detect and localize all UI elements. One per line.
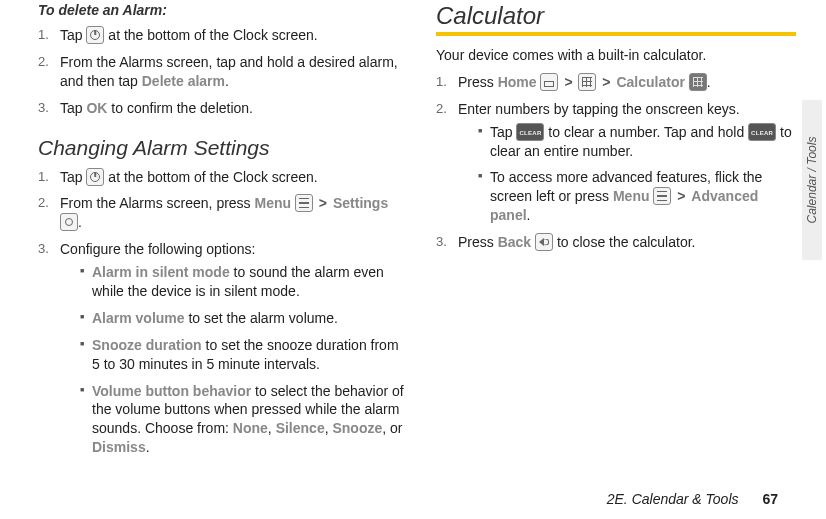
term-menu: Menu xyxy=(255,195,292,211)
step-number: 3. xyxy=(38,240,49,258)
term-none: None xyxy=(233,420,268,436)
step-text: Tap xyxy=(60,27,86,43)
step-text: Tap xyxy=(60,100,86,116)
step-text: Press xyxy=(458,74,498,90)
list-item: Tap to clear a number. Tap and hold to c… xyxy=(458,123,796,161)
list-item: 3. Press Back to close the calculator. xyxy=(436,233,796,252)
step-text: to close the calculator. xyxy=(557,234,696,250)
step-number: 1. xyxy=(436,73,447,91)
step-number: 2. xyxy=(38,53,49,71)
term-calculator: Calculator xyxy=(616,74,684,90)
list-item: 1. Tap at the bottom of the Clock screen… xyxy=(38,168,408,187)
option-text: . xyxy=(146,439,150,455)
bullet-text: . xyxy=(527,207,531,223)
term-back: Back xyxy=(498,234,531,250)
content-columns: To delete an Alarm: 1. Tap at the bottom… xyxy=(38,0,798,465)
term-ok: OK xyxy=(86,100,107,116)
list-item: 1. Tap at the bottom of the Clock screen… xyxy=(38,26,408,45)
bullet-text: to clear a number. Tap and hold xyxy=(548,124,748,140)
list-item: 3. Tap OK to confirm the deletion. xyxy=(38,99,408,118)
footer-page-number: 67 xyxy=(762,491,778,507)
option-text: to set the alarm volume. xyxy=(185,310,338,326)
calculator-icon xyxy=(689,73,707,91)
calculator-sub-list: Tap to clear a number. Tap and hold to c… xyxy=(458,123,796,225)
chevron-right-icon: > xyxy=(675,188,687,204)
left-column: To delete an Alarm: 1. Tap at the bottom… xyxy=(38,2,408,465)
term-menu: Menu xyxy=(613,188,650,204)
alarm-icon xyxy=(86,168,104,186)
term-alarm-volume: Alarm volume xyxy=(92,310,185,326)
term-snooze: Snooze xyxy=(332,420,382,436)
list-item: 1. Press Home > > Calculator . xyxy=(436,73,796,92)
menu-icon xyxy=(653,187,671,205)
term-settings: Settings xyxy=(333,195,388,211)
list-item: To access more advanced features, flick … xyxy=(458,168,796,225)
list-item: 2. From the Alarms screen, press Menu > … xyxy=(38,194,408,232)
step-number: 2. xyxy=(436,100,447,118)
list-item: Snooze duration to set the snooze durati… xyxy=(60,336,408,374)
calculator-heading: Calculator xyxy=(436,2,796,30)
list-item: Volume button behavior to select the beh… xyxy=(60,382,408,458)
step-text: Enter numbers by tapping the onscreen ke… xyxy=(458,101,740,117)
heading-rule xyxy=(436,32,796,36)
delete-alarm-heading: To delete an Alarm: xyxy=(38,2,408,18)
term-delete-alarm: Delete alarm xyxy=(142,73,225,89)
step-number: 2. xyxy=(38,194,49,212)
step-number: 1. xyxy=(38,168,49,186)
step-text: at the bottom of the Clock screen. xyxy=(108,169,317,185)
page-footer: 2E. Calendar & Tools 67 xyxy=(607,491,778,507)
chevron-right-icon: > xyxy=(562,74,574,90)
chevron-right-icon: > xyxy=(600,74,612,90)
step-text: Configure the following options: xyxy=(60,241,255,257)
right-column: Calculator Your device comes with a buil… xyxy=(436,2,796,465)
list-item: Alarm in silent mode to sound the alarm … xyxy=(60,263,408,301)
footer-section: 2E. Calendar & Tools xyxy=(607,491,739,507)
alarm-icon xyxy=(86,26,104,44)
alarm-options-list: Alarm in silent mode to sound the alarm … xyxy=(60,263,408,457)
term-silence: Silence xyxy=(276,420,325,436)
changing-alarm-heading: Changing Alarm Settings xyxy=(38,136,408,160)
side-tab: Calendar / Tools xyxy=(802,100,822,260)
term-volume-button-behavior: Volume button behavior xyxy=(92,383,251,399)
calculator-steps: 1. Press Home > > Calculator . 2. Enter … xyxy=(436,73,796,252)
clear-icon xyxy=(748,123,776,141)
settings-icon xyxy=(60,213,78,231)
step-text: . xyxy=(225,73,229,89)
list-item: Alarm volume to set the alarm volume. xyxy=(60,309,408,328)
term-alarm-silent-mode: Alarm in silent mode xyxy=(92,264,230,280)
back-icon xyxy=(535,233,553,251)
step-text: Press xyxy=(458,234,498,250)
term-snooze-duration: Snooze duration xyxy=(92,337,202,353)
delete-alarm-steps: 1. Tap at the bottom of the Clock screen… xyxy=(38,26,408,118)
clear-icon xyxy=(516,123,544,141)
bullet-text: Tap xyxy=(490,124,516,140)
step-text: From the Alarms screen, press xyxy=(60,195,255,211)
term-dismiss: Dismiss xyxy=(92,439,146,455)
step-number: 3. xyxy=(436,233,447,251)
step-number: 3. xyxy=(38,99,49,117)
list-item: 2. Enter numbers by tapping the onscreen… xyxy=(436,100,796,225)
step-text: to confirm the deletion. xyxy=(107,100,253,116)
page: Calendar / Tools To delete an Alarm: 1. … xyxy=(0,0,826,519)
step-number: 1. xyxy=(38,26,49,44)
chevron-right-icon: > xyxy=(317,195,329,211)
apps-grid-icon xyxy=(578,73,596,91)
menu-icon xyxy=(295,194,313,212)
step-text: Tap xyxy=(60,169,86,185)
step-text: . xyxy=(707,74,711,90)
changing-alarm-steps: 1. Tap at the bottom of the Clock screen… xyxy=(38,168,408,458)
step-text: . xyxy=(78,214,82,230)
term-home: Home xyxy=(498,74,537,90)
side-tab-label: Calendar / Tools xyxy=(805,137,819,224)
calculator-intro: Your device comes with a built-in calcul… xyxy=(436,46,796,65)
list-item: 2. From the Alarms screen, tap and hold … xyxy=(38,53,408,91)
home-icon xyxy=(540,73,558,91)
step-text: at the bottom of the Clock screen. xyxy=(108,27,317,43)
list-item: 3. Configure the following options: Alar… xyxy=(38,240,408,457)
